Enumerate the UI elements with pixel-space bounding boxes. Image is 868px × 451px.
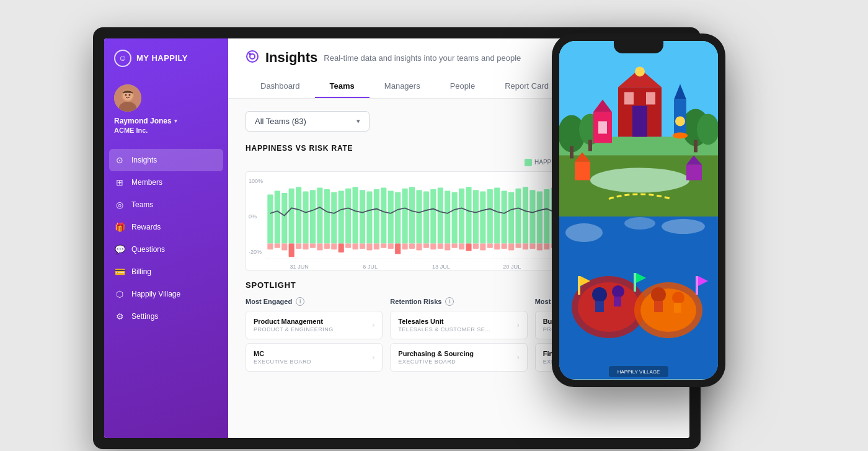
svg-point-161 [640, 288, 696, 332]
svg-rect-25 [366, 191, 372, 243]
svg-rect-133 [570, 146, 574, 158]
svg-rect-153 [575, 161, 590, 180]
svg-rect-82 [374, 243, 379, 249]
sidebar-item-members[interactable]: ⊞ Members [104, 171, 228, 194]
card-name: MC [254, 350, 311, 357]
svg-rect-34 [430, 189, 436, 243]
card-name: Purchasing & Sourcing [398, 350, 474, 357]
svg-point-179 [662, 219, 705, 234]
phone-notch [614, 41, 663, 53]
svg-rect-80 [360, 243, 365, 249]
svg-rect-72 [303, 243, 308, 249]
svg-rect-14 [289, 188, 294, 243]
user-name: Raymond Jones ▾ [114, 117, 177, 125]
card-arrow-icon: › [372, 353, 374, 362]
svg-rect-31 [409, 187, 415, 243]
svg-rect-94 [459, 243, 464, 249]
retention-risks-header: Retention Risks i [390, 297, 527, 306]
svg-rect-87 [409, 243, 415, 249]
retention-risks-card-1[interactable]: Telesales Unit TELESALES & CUSTOMER SE..… [390, 311, 527, 339]
svg-rect-93 [452, 243, 458, 248]
svg-rect-103 [523, 243, 528, 249]
phone-game-top [559, 41, 718, 217]
retention-risks-card-2[interactable]: Purchasing & Sourcing EXECUTIVE BOARD › [390, 343, 527, 372]
svg-point-4 [125, 94, 127, 96]
svg-rect-12 [275, 190, 280, 243]
svg-rect-98 [487, 243, 493, 248]
svg-rect-101 [508, 243, 514, 250]
svg-text:13 JUL: 13 JUL [432, 262, 450, 269]
most-engaged-header: Most Engaged i [246, 297, 383, 306]
sidebar-item-label: Happily Village [131, 290, 180, 298]
svg-rect-50 [544, 189, 549, 243]
sidebar-item-billing[interactable]: 💳 Billing [104, 261, 228, 283]
svg-rect-96 [473, 243, 479, 249]
svg-rect-36 [445, 190, 450, 243]
insights-page-icon [246, 50, 259, 66]
teams-filter-dropdown[interactable]: All Teams (83) ▾ [246, 111, 370, 132]
chart-title: HAPPINESS VS RISK RATE [246, 144, 353, 153]
sidebar-item-label: Rewards [131, 223, 161, 231]
tab-people[interactable]: People [435, 75, 490, 98]
svg-rect-20 [331, 192, 337, 243]
user-dropdown-caret[interactable]: ▾ [174, 118, 177, 124]
svg-rect-174 [696, 276, 698, 295]
svg-rect-67 [267, 243, 273, 249]
tab-dashboard[interactable]: Dashboard [246, 75, 315, 98]
svg-rect-74 [317, 243, 322, 250]
svg-rect-81 [366, 243, 372, 250]
members-icon: ⊞ [114, 177, 125, 188]
svg-rect-69 [281, 243, 287, 250]
tab-managers[interactable]: Managers [370, 75, 435, 98]
svg-rect-21 [339, 190, 344, 243]
svg-rect-46 [515, 188, 521, 243]
svg-rect-35 [438, 187, 443, 243]
svg-rect-27 [381, 187, 386, 243]
most-engaged-card-1[interactable]: Product Management PRODUCT & ENGINEERING… [246, 311, 383, 339]
sidebar-item-settings[interactable]: ⚙ Settings [104, 305, 228, 328]
sidebar-item-teams[interactable]: ◎ Teams [104, 194, 228, 216]
svg-rect-76 [331, 243, 337, 249]
most-engaged-card-2[interactable]: MC EXECUTIVE BOARD › [246, 343, 383, 372]
sidebar-item-questions[interactable]: 💬 Questions [104, 238, 228, 261]
svg-rect-73 [310, 243, 316, 248]
svg-rect-28 [388, 190, 394, 243]
sidebar-item-label: Questions [131, 245, 165, 254]
svg-rect-155 [686, 164, 702, 180]
sidebar-item-happily-village[interactable]: ⬡ Happily Village [104, 283, 228, 305]
questions-icon: 💬 [114, 244, 125, 255]
brand-name: MY HAPPILY [136, 53, 188, 63]
svg-rect-15 [296, 187, 301, 243]
card-arrow-icon: › [372, 321, 374, 329]
teams-icon: ◎ [114, 199, 125, 210]
svg-point-5 [129, 94, 131, 96]
sidebar-item-insights[interactable]: ⊙ Insights [109, 149, 223, 171]
svg-rect-91 [438, 243, 443, 249]
most-engaged-info-icon[interactable]: i [296, 297, 304, 306]
sidebar-item-label: Insights [131, 156, 157, 164]
sidebar-item-rewards[interactable]: 🎁 Rewards [104, 216, 228, 238]
user-profile: Raymond Jones ▾ ACME Inc. [104, 77, 228, 141]
svg-rect-99 [494, 243, 500, 249]
svg-rect-29 [395, 192, 401, 243]
svg-rect-47 [523, 187, 528, 243]
svg-rect-144 [646, 92, 655, 104]
card-sub: PRODUCT & ENGINEERING [254, 326, 334, 333]
svg-rect-135 [588, 140, 592, 151]
svg-text:31 JUN: 31 JUN [290, 262, 309, 269]
svg-rect-22 [345, 188, 351, 243]
card-sub: TELESALES & CUSTOMER SE... [398, 326, 490, 333]
svg-text:6 JUL: 6 JUL [363, 262, 378, 269]
sidebar-item-label: Billing [131, 267, 151, 276]
svg-rect-88 [416, 243, 422, 250]
svg-rect-105 [537, 243, 542, 250]
card-name: Product Management [254, 318, 334, 325]
svg-point-6 [247, 51, 258, 62]
svg-rect-70 [289, 243, 294, 257]
tab-teams[interactable]: Teams [315, 75, 370, 98]
page-subtitle: Real-time data and insights into your te… [324, 53, 521, 63]
retention-risks-info-icon[interactable]: i [445, 297, 454, 306]
svg-rect-86 [402, 243, 408, 249]
svg-point-159 [578, 282, 640, 332]
avatar [114, 84, 141, 112]
